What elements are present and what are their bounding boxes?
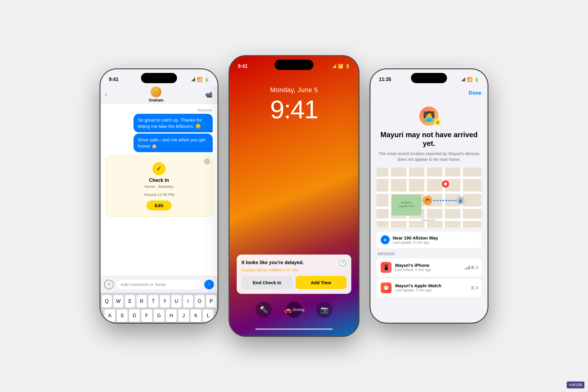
flashlight-widget[interactable]: 🔦	[256, 302, 272, 318]
svg-text:Aquatic Park: Aquatic Park	[399, 205, 414, 208]
key-s[interactable]: S	[117, 309, 128, 322]
key-a[interactable]: A	[104, 309, 115, 322]
notif-header: It looks like you're delayed. 🕐	[242, 259, 346, 267]
key-d[interactable]: D	[129, 309, 140, 322]
checkin-title: Check In	[149, 178, 169, 183]
location-text: Near 190 Allston Way Last update: 5 min …	[393, 235, 438, 245]
message-bubble-2: Drive safe—text me when you get home! 🏠	[134, 134, 213, 152]
phones-container: 9:41 📶 🔋 ‹	[82, 38, 506, 354]
delivered-label: Delivered	[104, 108, 212, 112]
end-checkin-button[interactable]: End Check In	[242, 276, 292, 289]
edit-button[interactable]: Edit	[146, 201, 172, 210]
watch-name: Mayuri's Apple Watch	[395, 283, 468, 288]
iphone-indicators	[465, 265, 477, 270]
notification-card: It looks like you're delayed. 🕐 Graham w…	[237, 255, 351, 294]
dynamic-island-2	[274, 60, 314, 70]
key-u[interactable]: U	[171, 295, 182, 308]
notif-actions: End Check In Add Time	[242, 276, 346, 289]
key-r[interactable]: R	[136, 295, 147, 308]
status-icons-2: 📶 🔋	[333, 64, 350, 69]
status-icons-3: 📶 🔋	[462, 77, 479, 82]
device-row-watch: ⌚ Mayuri's Apple Watch Last update: 5 mi…	[376, 279, 482, 297]
add-time-button[interactable]: Add Time	[296, 276, 346, 289]
key-o[interactable]: O	[195, 295, 205, 308]
svg-rect-8	[442, 167, 445, 228]
status-icons-1: 📶 🔋	[192, 77, 209, 82]
camera-widget[interactable]: 📷	[316, 302, 332, 318]
svg-rect-1	[376, 176, 482, 179]
devices-label: DEVICES	[376, 252, 482, 256]
watch-icon: ⌚	[381, 282, 392, 293]
location-icon: ➤	[381, 235, 390, 244]
key-h[interactable]: H	[166, 309, 177, 322]
driving-widget[interactable]: 🚗 Driving	[286, 302, 302, 318]
phone-checkin-alert: 11:35 📶 🔋 Done	[370, 69, 488, 323]
iphone-icon: 📱	[381, 262, 392, 273]
messages-header: ‹ 😊 Graham 📹	[100, 86, 218, 104]
alert-title: Mayuri may not have arrived yet.	[376, 131, 482, 148]
map-svg: Berkeley Aquatic Park 🧑 👤	[376, 167, 482, 228]
key-l[interactable]: L	[203, 309, 214, 322]
send-button[interactable]: ↑	[204, 280, 214, 289]
key-y[interactable]: Y	[160, 295, 170, 308]
message-input[interactable]: Add comment or Send	[116, 279, 202, 290]
signal-icon-3	[462, 78, 465, 81]
driving-label: Driving	[293, 308, 304, 312]
checkin-card: × ✓ Check In Home · Berkeley Around 11:0…	[105, 156, 213, 217]
key-j[interactable]: J	[178, 309, 189, 322]
iphone-battery	[471, 266, 477, 269]
svg-text:BANCROFT: BANCROFT	[422, 219, 436, 222]
battery-icon-1: 🔋	[204, 77, 209, 82]
svg-text:👤: 👤	[458, 199, 463, 203]
key-p[interactable]: P	[206, 295, 216, 308]
key-i[interactable]: I	[183, 295, 193, 308]
svg-point-15	[444, 182, 447, 185]
checkin-close-btn[interactable]: ×	[204, 158, 210, 164]
location-name: Near 190 Allston Way	[393, 235, 438, 240]
dynamic-island-3	[411, 73, 447, 83]
messages-body: Delivered So great to catch up. Thanks f…	[100, 104, 218, 269]
status-time-1: 9:41	[109, 77, 118, 82]
location-row[interactable]: ➤ Near 190 Allston Way Last update: 5 mi…	[376, 232, 482, 248]
battery-icon-2: 🔋	[345, 64, 350, 69]
done-button[interactable]: Done	[469, 90, 482, 96]
lockscreen-date: Monday, June 5	[230, 86, 358, 94]
keyboard-row-2: A S D F G H J K L	[102, 309, 216, 322]
back-chevron: ‹	[105, 91, 107, 98]
contact-name: Graham	[149, 98, 164, 102]
dynamic-island-1	[141, 73, 177, 83]
input-placeholder: Add comment or Send	[121, 282, 165, 287]
key-e[interactable]: E	[125, 295, 135, 308]
lockscreen-time: 9:41	[230, 95, 358, 124]
lockscreen-screen: 9:41 📶 🔋 Monday, June 5 9:41	[230, 56, 358, 336]
alert-avatar-area: 🧑‍💻 !	[376, 107, 482, 126]
watch-battery	[471, 286, 477, 289]
svg-rect-2	[376, 191, 482, 194]
key-t[interactable]: T	[148, 295, 158, 308]
contact-info: 😊 Graham	[149, 86, 164, 102]
checkin-location: Home · Berkeley	[145, 184, 173, 189]
iphone-status: Last unlock: 5 min ago	[395, 268, 461, 272]
key-f[interactable]: F	[141, 309, 152, 322]
iphone-info: Mayuri's iPhone Last unlock: 5 min ago	[395, 263, 461, 272]
video-button[interactable]: 📹	[205, 91, 213, 98]
back-button[interactable]: ‹	[105, 91, 107, 98]
status-time-3: 11:35	[379, 77, 391, 82]
key-w[interactable]: W	[113, 295, 124, 308]
checkin-alert-screen: 11:35 📶 🔋 Done	[370, 69, 488, 323]
add-button[interactable]: +	[104, 280, 114, 289]
svg-text:🧑: 🧑	[425, 198, 430, 203]
key-k[interactable]: K	[190, 309, 201, 322]
watch-info: Mayuri's Apple Watch Last update: 5 min …	[395, 283, 468, 292]
status-time-2: 9:41	[238, 64, 248, 69]
iphone-name: Mayuri's iPhone	[395, 263, 461, 268]
key-q[interactable]: Q	[102, 295, 112, 308]
key-g[interactable]: G	[154, 309, 164, 322]
keyboard-row-1: Q W E R T Y U I O P	[102, 295, 216, 308]
wifi-icon-2: 📶	[338, 64, 344, 69]
alert-subtitle: The most recent location reported by May…	[376, 151, 482, 163]
svg-rect-5	[388, 167, 391, 228]
wifi-icon-3: 📶	[467, 77, 472, 82]
map-container: Berkeley Aquatic Park 🧑 👤	[376, 167, 482, 228]
notif-subtitle: Graham will be notified in 15 min.	[242, 268, 346, 272]
